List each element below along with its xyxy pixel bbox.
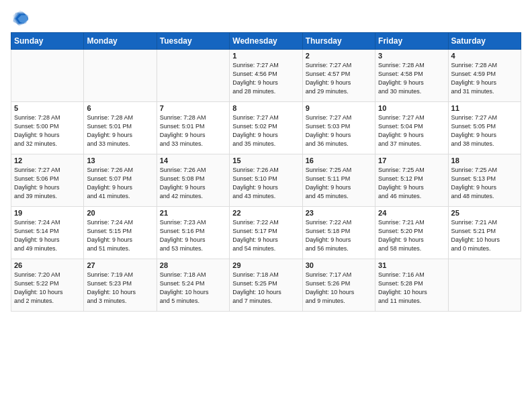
week-row-1: 1Sunrise: 7:27 AM Sunset: 4:56 PM Daylig… <box>11 50 521 102</box>
calendar-cell: 16Sunrise: 7:25 AM Sunset: 5:11 PM Dayli… <box>302 154 375 207</box>
calendar-cell: 13Sunrise: 7:26 AM Sunset: 5:07 PM Dayli… <box>84 154 157 207</box>
calendar-cell: 5Sunrise: 7:28 AM Sunset: 5:00 PM Daylig… <box>11 102 84 154</box>
day-info: Sunrise: 7:22 AM Sunset: 5:18 PM Dayligh… <box>306 218 372 253</box>
calendar-cell: 31Sunrise: 7:16 AM Sunset: 5:28 PM Dayli… <box>375 259 448 312</box>
calendar-cell: 29Sunrise: 7:18 AM Sunset: 5:25 PM Dayli… <box>230 259 302 312</box>
weekday-header-thursday: Thursday <box>302 33 375 50</box>
day-number: 16 <box>306 156 372 165</box>
day-info: Sunrise: 7:28 AM Sunset: 5:01 PM Dayligh… <box>87 113 153 148</box>
day-info: Sunrise: 7:28 AM Sunset: 4:59 PM Dayligh… <box>451 61 518 96</box>
day-info: Sunrise: 7:27 AM Sunset: 5:03 PM Dayligh… <box>306 113 372 148</box>
logo-icon <box>11 8 30 27</box>
weekday-header-monday: Monday <box>84 33 157 50</box>
calendar-cell: 22Sunrise: 7:22 AM Sunset: 5:17 PM Dayli… <box>230 207 302 259</box>
calendar-cell: 6Sunrise: 7:28 AM Sunset: 5:01 PM Daylig… <box>84 102 157 154</box>
day-info: Sunrise: 7:27 AM Sunset: 4:56 PM Dayligh… <box>232 61 299 96</box>
day-number: 20 <box>87 209 153 217</box>
day-info: Sunrise: 7:24 AM Sunset: 5:15 PM Dayligh… <box>87 218 153 253</box>
week-row-4: 19Sunrise: 7:24 AM Sunset: 5:14 PM Dayli… <box>11 207 521 259</box>
day-number: 8 <box>232 104 299 112</box>
calendar-cell: 27Sunrise: 7:19 AM Sunset: 5:23 PM Dayli… <box>84 259 157 312</box>
calendar-cell: 30Sunrise: 7:17 AM Sunset: 5:26 PM Dayli… <box>302 259 375 312</box>
calendar-cell <box>157 50 229 102</box>
weekday-header-sunday: Sunday <box>11 33 84 50</box>
calendar-cell: 26Sunrise: 7:20 AM Sunset: 5:22 PM Dayli… <box>11 259 84 312</box>
day-info: Sunrise: 7:23 AM Sunset: 5:16 PM Dayligh… <box>160 218 226 253</box>
day-number: 12 <box>14 156 81 165</box>
calendar-cell: 19Sunrise: 7:24 AM Sunset: 5:14 PM Dayli… <box>11 207 84 259</box>
day-info: Sunrise: 7:18 AM Sunset: 5:25 PM Dayligh… <box>232 271 299 306</box>
day-info: Sunrise: 7:28 AM Sunset: 5:00 PM Dayligh… <box>14 113 81 148</box>
week-row-3: 12Sunrise: 7:27 AM Sunset: 5:06 PM Dayli… <box>11 154 521 207</box>
calendar-cell <box>84 50 157 102</box>
day-number: 9 <box>306 104 372 112</box>
day-number: 14 <box>160 156 226 165</box>
day-info: Sunrise: 7:26 AM Sunset: 5:08 PM Dayligh… <box>160 166 226 201</box>
day-info: Sunrise: 7:21 AM Sunset: 5:20 PM Dayligh… <box>378 218 445 253</box>
day-number: 24 <box>378 209 445 217</box>
day-number: 4 <box>451 52 518 60</box>
day-info: Sunrise: 7:24 AM Sunset: 5:14 PM Dayligh… <box>14 218 81 253</box>
calendar-cell: 4Sunrise: 7:28 AM Sunset: 4:59 PM Daylig… <box>448 50 521 102</box>
day-number: 15 <box>232 156 299 165</box>
calendar-cell: 17Sunrise: 7:25 AM Sunset: 5:12 PM Dayli… <box>375 154 448 207</box>
day-number: 27 <box>87 261 153 269</box>
calendar-cell: 12Sunrise: 7:27 AM Sunset: 5:06 PM Dayli… <box>11 154 84 207</box>
day-number: 13 <box>87 156 153 165</box>
day-number: 5 <box>14 104 81 112</box>
day-number: 22 <box>232 209 299 217</box>
weekday-header-saturday: Saturday <box>448 33 521 50</box>
calendar-cell: 25Sunrise: 7:21 AM Sunset: 5:21 PM Dayli… <box>448 207 521 259</box>
day-number: 28 <box>160 261 226 269</box>
calendar-cell: 1Sunrise: 7:27 AM Sunset: 4:56 PM Daylig… <box>230 50 302 102</box>
calendar-cell: 28Sunrise: 7:18 AM Sunset: 5:24 PM Dayli… <box>157 259 229 312</box>
day-info: Sunrise: 7:22 AM Sunset: 5:17 PM Dayligh… <box>232 218 299 253</box>
calendar-table: SundayMondayTuesdayWednesdayThursdayFrid… <box>11 32 521 312</box>
day-info: Sunrise: 7:26 AM Sunset: 5:07 PM Dayligh… <box>87 166 153 201</box>
day-info: Sunrise: 7:27 AM Sunset: 5:02 PM Dayligh… <box>232 113 299 148</box>
day-info: Sunrise: 7:21 AM Sunset: 5:21 PM Dayligh… <box>451 218 518 253</box>
day-info: Sunrise: 7:25 AM Sunset: 5:13 PM Dayligh… <box>451 166 518 201</box>
day-number: 3 <box>378 52 445 60</box>
calendar-cell <box>448 259 521 312</box>
day-number: 6 <box>87 104 153 112</box>
day-number: 21 <box>160 209 226 217</box>
day-info: Sunrise: 7:25 AM Sunset: 5:12 PM Dayligh… <box>378 166 445 201</box>
calendar-cell <box>11 50 84 102</box>
page: SundayMondayTuesdayWednesdayThursdayFrid… <box>0 0 532 411</box>
day-info: Sunrise: 7:27 AM Sunset: 5:06 PM Dayligh… <box>14 166 81 201</box>
day-number: 29 <box>232 261 299 269</box>
day-info: Sunrise: 7:18 AM Sunset: 5:24 PM Dayligh… <box>160 271 226 306</box>
day-info: Sunrise: 7:28 AM Sunset: 5:01 PM Dayligh… <box>160 113 226 148</box>
calendar-cell: 11Sunrise: 7:27 AM Sunset: 5:05 PM Dayli… <box>448 102 521 154</box>
calendar-cell: 10Sunrise: 7:27 AM Sunset: 5:04 PM Dayli… <box>375 102 448 154</box>
day-number: 23 <box>306 209 372 217</box>
weekday-header-row: SundayMondayTuesdayWednesdayThursdayFrid… <box>11 33 521 50</box>
day-number: 2 <box>306 52 372 60</box>
day-info: Sunrise: 7:27 AM Sunset: 4:57 PM Dayligh… <box>306 61 372 96</box>
day-number: 11 <box>451 104 518 112</box>
day-number: 17 <box>378 156 445 165</box>
day-number: 18 <box>451 156 518 165</box>
day-number: 26 <box>14 261 81 269</box>
day-info: Sunrise: 7:17 AM Sunset: 5:26 PM Dayligh… <box>306 271 372 306</box>
day-number: 1 <box>232 52 299 60</box>
calendar-cell: 9Sunrise: 7:27 AM Sunset: 5:03 PM Daylig… <box>302 102 375 154</box>
weekday-header-friday: Friday <box>375 33 448 50</box>
day-info: Sunrise: 7:28 AM Sunset: 4:58 PM Dayligh… <box>378 61 445 96</box>
logo <box>11 8 32 27</box>
calendar-cell: 3Sunrise: 7:28 AM Sunset: 4:58 PM Daylig… <box>375 50 448 102</box>
calendar-cell: 2Sunrise: 7:27 AM Sunset: 4:57 PM Daylig… <box>302 50 375 102</box>
calendar-cell: 14Sunrise: 7:26 AM Sunset: 5:08 PM Dayli… <box>157 154 229 207</box>
day-number: 31 <box>378 261 445 269</box>
day-number: 7 <box>160 104 226 112</box>
day-info: Sunrise: 7:27 AM Sunset: 5:05 PM Dayligh… <box>451 113 518 148</box>
day-info: Sunrise: 7:20 AM Sunset: 5:22 PM Dayligh… <box>14 271 81 306</box>
calendar-cell: 15Sunrise: 7:26 AM Sunset: 5:10 PM Dayli… <box>230 154 302 207</box>
weekday-header-tuesday: Tuesday <box>157 33 229 50</box>
day-info: Sunrise: 7:26 AM Sunset: 5:10 PM Dayligh… <box>232 166 299 201</box>
calendar-cell: 18Sunrise: 7:25 AM Sunset: 5:13 PM Dayli… <box>448 154 521 207</box>
week-row-5: 26Sunrise: 7:20 AM Sunset: 5:22 PM Dayli… <box>11 259 521 312</box>
day-number: 25 <box>451 209 518 217</box>
day-number: 30 <box>306 261 372 269</box>
